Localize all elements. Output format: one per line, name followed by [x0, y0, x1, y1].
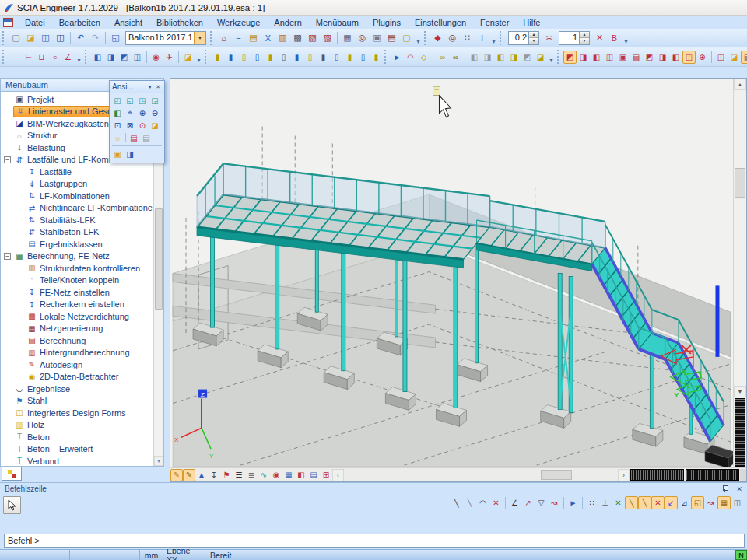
horizontal-zoom-slider-2[interactable] — [686, 469, 739, 481]
child-window-icon[interactable] — [3, 18, 13, 27]
member-1d-icon[interactable]: ▮ — [211, 51, 224, 64]
view-iso-icon[interactable]: ◲ — [149, 94, 161, 107]
snap-perp-icon[interactable]: ↙ — [665, 496, 678, 509]
opening-icon[interactable]: ▯ — [277, 51, 290, 64]
open-view-icon[interactable]: ◪ — [181, 51, 195, 64]
viewport1-icon[interactable]: ◧ — [91, 51, 104, 64]
snap-settings-icon[interactable]: ◫ — [731, 496, 744, 509]
toolbar-grip[interactable] — [2, 31, 6, 45]
beam-icon[interactable]: ▯ — [237, 51, 251, 64]
menu-werkzeuge[interactable]: Werkzeuge — [210, 17, 267, 28]
save-icon[interactable]: ◫ — [53, 30, 68, 45]
activity-6-icon[interactable]: ▤ — [630, 51, 643, 64]
view-toolbar-menu-icon[interactable]: ▼ — [146, 84, 154, 89]
tree-item-lokale-netzverdichtung[interactable]: ▩Lokale Netzverdichtung — [1, 310, 163, 323]
catalog-icon[interactable]: ▥ — [275, 30, 290, 45]
zoom-all-icon[interactable]: ⊠ — [124, 119, 136, 131]
draw-line-icon[interactable]: — — [9, 51, 22, 64]
combo-dropdown-icon[interactable]: ▼ — [194, 32, 205, 44]
horizontal-zoom-slider-1[interactable] — [630, 469, 684, 481]
tree-item-ergebnisse[interactable]: ◡Ergebnisse — [1, 383, 163, 395]
snap-plane-icon[interactable]: ▽ — [535, 496, 548, 509]
show-mesh-icon[interactable]: ▦ — [282, 469, 295, 481]
snap-line2-icon[interactable]: ╲ — [463, 496, 476, 509]
snap-off-icon[interactable]: ✕ — [612, 496, 625, 509]
viewport3-icon[interactable]: ◩ — [117, 51, 131, 64]
menu-menbaum[interactable]: Menübaum — [309, 17, 366, 28]
print-icon[interactable]: ▦ — [340, 30, 355, 45]
open-project-icon[interactable]: ◪ — [23, 30, 38, 45]
show-results-icon[interactable]: ∿ — [258, 469, 270, 481]
snap-midpoint-icon[interactable]: ╲ — [638, 496, 651, 509]
command-input[interactable] — [4, 534, 745, 548]
select-poly-icon[interactable]: ◇ — [417, 51, 430, 64]
layer-open-icon[interactable]: ◪ — [728, 51, 741, 64]
document-maker-icon[interactable]: ▤ — [384, 30, 399, 45]
menu-fenster[interactable]: Fenster — [473, 17, 516, 28]
storey-manager-icon[interactable]: ▤ — [246, 30, 261, 45]
fly-view-icon[interactable]: ✈ — [163, 51, 176, 64]
snap-ortho-points-icon[interactable]: ◱ — [691, 496, 704, 509]
tree-item-verbund[interactable]: TVerbund — [1, 455, 163, 467]
render-icon[interactable]: ◪ — [149, 119, 161, 131]
menu-hilfe[interactable]: Hilfe — [516, 17, 547, 28]
vscroll-track[interactable] — [734, 90, 746, 386]
grid-snap-icon[interactable]: ∷ — [585, 496, 598, 509]
picture-doc-icon[interactable]: ▢ — [399, 30, 414, 45]
tree-item-stahl[interactable]: ⚑Stahl — [1, 395, 163, 408]
tree-item-2d-daten-betrachter[interactable]: ◉2D-Daten-Betrachter — [1, 371, 163, 383]
snap-endpoint-icon[interactable]: ╲ — [625, 496, 638, 509]
hscroll-right-icon[interactable]: › — [618, 469, 630, 481]
show-loads-icon[interactable]: ↧ — [208, 469, 220, 481]
expander-minus-icon[interactable]: − — [4, 156, 11, 163]
menu-bearbeiten[interactable]: Bearbeiten — [52, 17, 107, 28]
dimension2-icon[interactable]: ⊔ — [35, 51, 48, 64]
viewport2-icon[interactable]: ◨ — [104, 51, 117, 64]
undo-icon[interactable]: ↶ — [73, 30, 88, 45]
wall-icon[interactable]: ▮ — [264, 51, 277, 64]
activity-3-icon[interactable]: ◧ — [590, 51, 603, 64]
filter-b-icon[interactable]: ◨ — [507, 51, 521, 64]
copy-attrib-icon[interactable]: ◧ — [468, 51, 481, 64]
show-surfaces-icon[interactable]: ▲ — [195, 469, 208, 481]
tree-item-hintergrundberechnung[interactable]: ▥Hintergrundberechnung — [1, 347, 163, 359]
calculator-icon[interactable]: ▣ — [370, 30, 384, 45]
clip-above-icon[interactable]: ✎ — [170, 469, 183, 481]
load-panel-icon[interactable]: ▯ — [356, 51, 370, 64]
toolbar-grip[interactable] — [205, 50, 209, 64]
tree-item-fe-netz-einstellen[interactable]: ↧FE-Netz einstellen — [1, 286, 163, 299]
filter-a-icon[interactable]: ◧ — [494, 51, 507, 64]
toolbar-grip[interactable] — [500, 31, 503, 45]
light-icon[interactable]: ☼ — [111, 131, 124, 144]
vertical-zoom-slider[interactable] — [735, 398, 745, 467]
active-project-combo[interactable]: Balkon1b 2017.1 2▼ — [125, 31, 206, 45]
tree-item-berechnung[interactable]: ▤Berechnung — [1, 334, 163, 347]
subregion-icon[interactable]: ▮ — [290, 51, 303, 64]
dim-style-icon[interactable]: B — [607, 30, 622, 45]
snap-arc-icon[interactable]: ◠ — [476, 496, 489, 509]
redo-icon[interactable]: ↷ — [88, 30, 103, 45]
node-icon[interactable]: ▮ — [317, 51, 330, 64]
vscroll-thumb[interactable] — [735, 168, 745, 198]
project-settings-icon[interactable]: ⌂ — [216, 30, 231, 45]
toolbar-grip[interactable] — [557, 50, 561, 64]
tree-item-beton[interactable]: TBeton — [1, 431, 163, 443]
step-spinner[interactable]: 1▲▼ — [559, 31, 590, 45]
show-grid-icon[interactable]: ☰ — [233, 469, 245, 481]
select-prev-icon[interactable]: ◩ — [521, 51, 534, 64]
snap-arc-points-icon[interactable]: ↝ — [704, 496, 717, 509]
photo-view-icon[interactable]: ▤ — [128, 131, 140, 144]
rib-icon[interactable]: ▯ — [303, 51, 317, 64]
cut-arrows-icon[interactable]: ✕ — [592, 30, 607, 45]
tree-item-teile-knoten-koppeln[interactable]: ∴Teile/Knoten koppeln — [1, 275, 163, 287]
view-top-icon[interactable]: ◰ — [111, 94, 124, 107]
vscroll-up-icon[interactable]: ▲ — [734, 79, 746, 90]
tree-item-ergebnisklassen[interactable]: ▤Ergebnisklassen — [1, 238, 163, 250]
column-icon[interactable]: ▮ — [224, 51, 237, 64]
tree-item-integriertes-design-forms[interactable]: ◫Integriertes Design Forms — [1, 407, 163, 419]
toolbar-grip[interactable] — [85, 50, 89, 64]
photo-gray-icon[interactable]: ▤ — [140, 131, 153, 144]
activity-7-icon[interactable]: ◩ — [643, 51, 656, 64]
line-grid-icon[interactable]: ▮ — [343, 51, 356, 64]
select-cursor-icon[interactable]: ► — [391, 51, 404, 64]
